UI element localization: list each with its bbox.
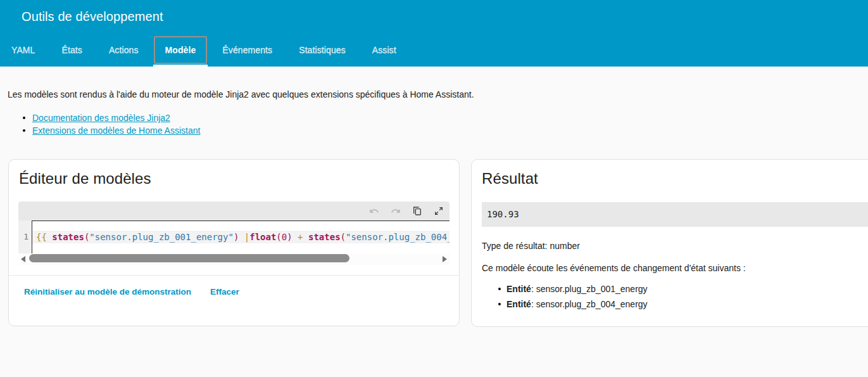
- result-listen-label: Ce modèle écoute les événements de chang…: [482, 262, 746, 274]
- tab[interactable]: Actions: [96, 33, 152, 67]
- undo-icon[interactable]: [369, 206, 379, 216]
- entity-list-item: Entité: sensor.plug_zb_004_energy: [472, 297, 648, 312]
- editor-content[interactable]: {{ states("sensor.plug_zb_001_energy") |…: [32, 220, 450, 253]
- code-token: {{: [36, 232, 47, 242]
- entity-label: Entité: [506, 299, 531, 309]
- doc-link-item: Documentation des modèles Jinja2: [0, 112, 200, 124]
- expand-icon[interactable]: [434, 206, 444, 216]
- code-token: "sensor.plug_zb_001_energy": [89, 232, 234, 242]
- tab-focus-ring: [154, 36, 208, 64]
- main-content: Les modèles sont rendus à l'aide du mote…: [0, 67, 868, 377]
- tab-label: Statistiques: [299, 45, 346, 55]
- editor-toolbar: [18, 201, 450, 220]
- app-header: Outils de développement YAML États Actio…: [0, 0, 868, 67]
- tab-label: Actions: [109, 45, 139, 55]
- tab[interactable]: YAML: [0, 33, 49, 67]
- code-token: |: [244, 232, 249, 242]
- code-token: ): [287, 232, 292, 242]
- scroll-left-arrow-icon[interactable]: [21, 256, 25, 262]
- tab[interactable]: Modèle: [152, 33, 210, 67]
- result-card: Résultat 190.93 Type de résultat: number…: [471, 159, 868, 327]
- doc-link[interactable]: Documentation des modèles Jinja2: [32, 113, 170, 123]
- tab[interactable]: États: [49, 33, 96, 67]
- doc-link-item: Extensions de modèles de Home Assistant: [0, 124, 200, 137]
- tab-label: États: [62, 45, 82, 55]
- entity-label: Entité: [506, 284, 531, 294]
- code-line: {{ states("sensor.plug_zb_001_energy") |…: [32, 231, 450, 243]
- entity-value: : sensor.plug_zb_004_energy: [531, 299, 648, 309]
- redo-icon[interactable]: [391, 206, 401, 216]
- code-token: "sensor.plug_zb_004_energy": [346, 232, 450, 242]
- scrollbar-thumb[interactable]: [29, 254, 349, 262]
- editor-body: 1 {{ states("sensor.plug_zb_001_energy")…: [18, 220, 450, 253]
- result-type: Type de résultat: number: [482, 240, 580, 252]
- doc-link[interactable]: Extensions de modèles de Home Assistant: [32, 125, 200, 136]
- tab-bar: YAML États Actions Modèle Événements: [0, 33, 868, 67]
- code-token: [292, 232, 298, 242]
- code-token: float: [249, 232, 276, 242]
- code-token: 0: [282, 232, 287, 242]
- entity-list: Entité: sensor.plug_zb_001_energyEntité:…: [472, 281, 648, 312]
- code-token: states: [52, 232, 84, 242]
- editor-hscrollbar[interactable]: [18, 253, 450, 265]
- template-editor-card: Éditeur de modèles: [8, 159, 460, 326]
- code-token: (: [276, 232, 281, 242]
- code-token: [303, 232, 308, 242]
- reset-demo-template-button[interactable]: Réinitialiser au modèle de démonstration: [19, 283, 196, 300]
- editor-card-title: Éditeur de modèles: [19, 169, 449, 189]
- result-card-title: Résultat: [482, 169, 868, 189]
- clear-button[interactable]: Effacer: [205, 283, 244, 300]
- code-token: states: [308, 232, 341, 242]
- code-token: [239, 232, 244, 242]
- tab-label: Événements: [222, 45, 272, 55]
- editor-card-actions: Réinitialiser au modèle de démonstration…: [9, 275, 459, 300]
- tab-label: YAML: [11, 45, 35, 55]
- result-value: 190.93: [482, 202, 868, 227]
- page-title: Outils de développement: [22, 10, 163, 24]
- tab[interactable]: Statistiques: [286, 33, 359, 67]
- entity-list-item: Entité: sensor.plug_zb_001_energy: [472, 281, 648, 297]
- tab[interactable]: Événements: [209, 33, 286, 67]
- copy-icon[interactable]: [412, 206, 422, 216]
- entity-value: : sensor.plug_zb_001_energy: [531, 284, 648, 294]
- editor-gutter: 1: [18, 220, 32, 253]
- tab-label: Assist: [372, 45, 396, 55]
- code-editor: 1 {{ states("sensor.plug_zb_001_energy")…: [18, 201, 450, 265]
- scroll-right-arrow-icon[interactable]: [443, 256, 447, 262]
- doc-links: Documentation des modèles Jinja2 Extensi…: [0, 112, 200, 137]
- code-token: +: [298, 232, 303, 242]
- tab[interactable]: Assist: [359, 33, 410, 67]
- code-token: (: [341, 232, 346, 242]
- intro-text: Les modèles sont rendus à l'aide du mote…: [8, 88, 474, 101]
